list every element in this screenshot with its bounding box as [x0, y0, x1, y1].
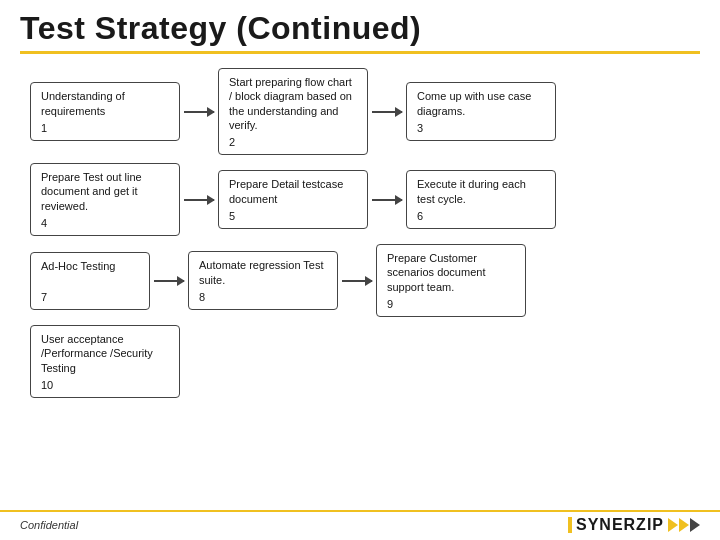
box-7: Ad-Hoc Testing 7 — [30, 252, 150, 310]
footer: Confidential SYNERZIP — [0, 510, 720, 540]
footer-logo: SYNERZIP — [568, 516, 700, 534]
logo-arrow-3 — [690, 518, 700, 532]
page: Test Strategy (Continued) Understanding … — [0, 0, 720, 540]
logo-arrow-2 — [679, 518, 689, 532]
content-area: Understanding of requirements 1 Start pr… — [0, 58, 720, 510]
logo-text: SYNERZIP — [576, 516, 664, 534]
header-underline — [20, 51, 700, 54]
box-1: Understanding of requirements 1 — [30, 82, 180, 141]
box-3-num: 3 — [417, 122, 545, 134]
box-2: Start preparing flow chart / block diagr… — [218, 68, 368, 155]
box-6-text: Execute it during each test cycle. — [417, 177, 545, 206]
box-9-num: 9 — [387, 298, 515, 310]
box-7-num: 7 — [41, 291, 139, 303]
box-6-num: 6 — [417, 210, 545, 222]
box-7-text: Ad-Hoc Testing — [41, 259, 139, 273]
box-9-text: Prepare Customer scenarios document supp… — [387, 251, 515, 294]
arrow-line — [372, 199, 402, 201]
arrow-5-6 — [368, 199, 406, 201]
arrow-line — [342, 280, 372, 282]
box-10-num: 10 — [41, 379, 169, 391]
arrow-4-5 — [180, 199, 218, 201]
arrow-line — [184, 199, 214, 201]
row-3: Ad-Hoc Testing 7 Automate regression Tes… — [30, 244, 690, 317]
arrow-line — [372, 111, 402, 113]
box-6: Execute it during each test cycle. 6 — [406, 170, 556, 229]
logo-arrow-1 — [668, 518, 678, 532]
box-9: Prepare Customer scenarios document supp… — [376, 244, 526, 317]
row-4: User acceptance /Performance /Security T… — [30, 325, 690, 398]
box-4-num: 4 — [41, 217, 169, 229]
box-8-num: 8 — [199, 291, 327, 303]
box-10-text: User acceptance /Performance /Security T… — [41, 332, 169, 375]
row-1: Understanding of requirements 1 Start pr… — [30, 68, 690, 155]
box-10: User acceptance /Performance /Security T… — [30, 325, 180, 398]
box-4-text: Prepare Test out line document and get i… — [41, 170, 169, 213]
box-5-num: 5 — [229, 210, 357, 222]
box-8-text: Automate regression Test suite. — [199, 258, 327, 287]
logo-arrows — [668, 518, 700, 532]
arrow-1-2 — [180, 111, 218, 113]
box-5-text: Prepare Detail testcase document — [229, 177, 357, 206]
box-3: Come up with use case diagrams. 3 — [406, 82, 556, 141]
page-title: Test Strategy (Continued) — [20, 10, 700, 47]
box-8: Automate regression Test suite. 8 — [188, 251, 338, 310]
arrow-line — [154, 280, 184, 282]
logo-bar-accent — [568, 517, 572, 533]
row-2: Prepare Test out line document and get i… — [30, 163, 690, 236]
box-2-text: Start preparing flow chart / block diagr… — [229, 75, 357, 132]
box-5: Prepare Detail testcase document 5 — [218, 170, 368, 229]
footer-confidential-label: Confidential — [20, 519, 78, 531]
arrow-8-9 — [338, 280, 376, 282]
box-1-num: 1 — [41, 122, 169, 134]
box-3-text: Come up with use case diagrams. — [417, 89, 545, 118]
header: Test Strategy (Continued) — [0, 0, 720, 58]
box-4: Prepare Test out line document and get i… — [30, 163, 180, 236]
box-1-text: Understanding of requirements — [41, 89, 169, 118]
box-2-num: 2 — [229, 136, 357, 148]
arrow-2-3 — [368, 111, 406, 113]
arrow-line — [184, 111, 214, 113]
arrow-7-8 — [150, 280, 188, 282]
